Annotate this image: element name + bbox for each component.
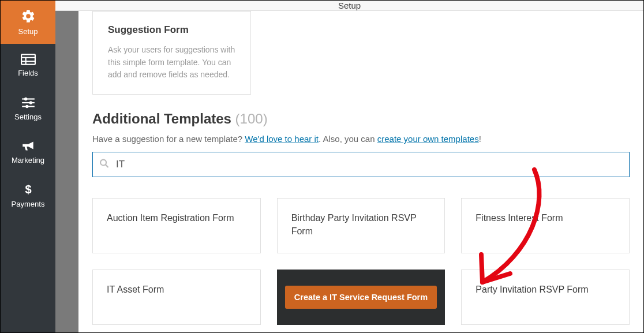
sidebar: Setup Fields Settings Marketing $ Paymen… — [1, 1, 55, 332]
suggestion-form-card[interactable]: Suggestion Form Ask your users for sugge… — [92, 11, 251, 95]
svg-point-7 — [29, 101, 32, 104]
additional-templates-heading: Additional Templates (100) — [92, 111, 630, 127]
search-wrap — [92, 152, 630, 177]
suggestion-line: Have a suggestion for a new template? We… — [92, 134, 630, 144]
template-card[interactable]: IT Asset Form — [92, 270, 261, 325]
dollar-icon: $ — [24, 182, 33, 196]
page-title-bar: Setup — [55, 1, 643, 11]
layout-icon — [21, 54, 36, 65]
sidebar-item-settings[interactable]: Settings — [1, 87, 55, 130]
svg-text:$: $ — [25, 183, 31, 196]
svg-rect-0 — [21, 54, 35, 64]
sidebar-item-fields[interactable]: Fields — [1, 44, 55, 87]
sidebar-item-label: Payments — [12, 200, 45, 208]
create-own-templates-link[interactable]: create your own templates — [377, 134, 479, 144]
sidebar-item-marketing[interactable]: Marketing — [1, 130, 55, 174]
sliders-icon — [21, 96, 36, 109]
templates-grid: Auction Item Registration Form Birthday … — [92, 198, 630, 325]
svg-point-9 — [25, 105, 28, 108]
card-title: Suggestion Form — [108, 24, 235, 36]
sidebar-item-label: Settings — [14, 113, 42, 121]
love-to-hear-link[interactable]: We'd love to hear it — [245, 134, 319, 144]
svg-point-5 — [24, 98, 27, 100]
create-template-button[interactable]: Create a IT Service Request Form — [285, 286, 437, 309]
sidebar-item-setup[interactable]: Setup — [1, 1, 55, 44]
sidebar-item-label: Marketing — [12, 156, 44, 164]
page-title: Setup — [338, 1, 361, 10]
template-card[interactable]: Auction Item Registration Form — [92, 198, 261, 253]
template-card[interactable]: Birthday Party Invitation RSVP Form — [277, 198, 445, 253]
sidebar-item-label: Setup — [18, 27, 38, 36]
card-desc: Ask your users for suggestions with this… — [108, 44, 235, 81]
sidebar-item-label: Fields — [18, 69, 38, 77]
bullhorn-icon — [21, 140, 36, 152]
template-card-hovered[interactable]: Create a IT Service Request Form — [277, 270, 445, 325]
template-search-input[interactable] — [92, 152, 630, 177]
template-card[interactable]: Party Invitation RSVP Form — [461, 270, 630, 325]
sidebar-item-payments[interactable]: $ Payments — [1, 174, 55, 217]
template-card[interactable]: Fitness Interest Form — [461, 198, 630, 253]
gear-icon — [21, 9, 36, 24]
